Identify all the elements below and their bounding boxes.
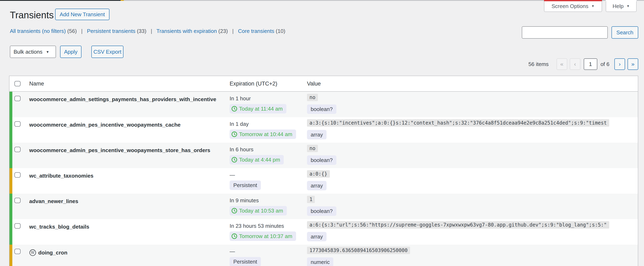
value-type-badge: array xyxy=(307,232,326,241)
screen-options-label: Screen Options xyxy=(552,3,588,9)
expiration-time: Today at 11:44 am xyxy=(239,106,283,112)
filter-persistent-transients[interactable]: Persistent transients xyxy=(87,28,136,34)
bulk-actions-select[interactable]: Bulk actions ▾ xyxy=(10,46,56,58)
chevron-down-icon: ▾ xyxy=(46,49,48,54)
table-row: wc_attribute_taxonomies — Persistent a:0… xyxy=(10,168,638,194)
current-page-input[interactable] xyxy=(584,58,597,70)
value-type-badge: array xyxy=(307,181,326,190)
filter-count: (10) xyxy=(276,28,285,34)
value-preview: 1 xyxy=(307,196,315,203)
column-header-name: Name xyxy=(29,81,44,87)
row-checkbox[interactable] xyxy=(14,198,20,203)
transient-name[interactable]: woocommerce_admin_settings_payments_has_… xyxy=(29,96,216,103)
column-header-expiration: Expiration (UTC+2) xyxy=(230,81,277,87)
expiration-time: Tomorrow at 10:44 am xyxy=(239,131,292,138)
search-button[interactable]: Search xyxy=(612,26,638,39)
chevron-down-icon: ▼ xyxy=(626,4,630,8)
expiration-time-badge: Tomorrow at 10:44 am xyxy=(230,130,296,139)
table-row: woocommerce_admin_pes_incentive_woopayme… xyxy=(10,117,638,143)
value-preview: 1773045839.6365089416503906250000 xyxy=(307,247,410,254)
value-preview: a:6:{s:3:"url";s:56:"https://supreme-gog… xyxy=(307,221,609,229)
filter-core-transients[interactable]: Core transients xyxy=(238,28,274,34)
row-checkbox[interactable] xyxy=(14,249,20,254)
screen-options-button[interactable]: Screen Options ▼ xyxy=(544,1,602,12)
expiration-relative: In 9 minutes xyxy=(230,197,259,204)
expiration-time: Today at 4:44 pm xyxy=(239,157,280,163)
filter-all-transients[interactable]: All transients (no filters) xyxy=(10,28,66,34)
row-checkbox[interactable] xyxy=(14,172,20,178)
clock-icon xyxy=(231,157,238,163)
expiration-relative: In 23 hours 53 minutes xyxy=(230,223,284,229)
filter-transients-with-expiration[interactable]: Transients with expiration xyxy=(156,28,217,34)
value-preview: a:3:{s:10:"incentives";a:0:{}s:12:"conte… xyxy=(307,119,609,127)
table-row: W doing_cron — Persistent 1773045839.636… xyxy=(10,245,638,266)
next-page-button[interactable]: › xyxy=(614,58,625,70)
chevron-down-icon: ▼ xyxy=(591,4,594,8)
admin-bar-sliver xyxy=(0,0,120,1)
status-bar xyxy=(10,194,12,219)
expiration-relative: In 6 hours xyxy=(230,146,254,153)
value-preview: no xyxy=(307,145,318,152)
value-preview: no xyxy=(307,94,318,101)
select-all-checkbox[interactable] xyxy=(14,81,20,86)
filter-separator: | xyxy=(151,28,152,34)
filter-links: All transients (no filters) (56) | Persi… xyxy=(10,28,286,34)
clock-icon xyxy=(231,131,238,137)
expiration-time-badge: Today at 11:44 am xyxy=(230,104,286,113)
total-pages-label: of 6 xyxy=(600,61,610,67)
search-input[interactable] xyxy=(522,26,608,39)
value-preview: a:0:{} xyxy=(307,170,330,178)
clock-icon xyxy=(231,208,238,214)
bulk-actions-label: Bulk actions xyxy=(14,49,42,55)
csv-export-button[interactable]: CSV Export xyxy=(91,46,124,58)
help-white-strip xyxy=(606,0,636,1)
transient-name[interactable]: doing_cron xyxy=(38,250,68,256)
table-row: wc_tracks_blog_details In 23 hours 53 mi… xyxy=(10,219,638,245)
transient-name[interactable]: advan_newer_lines xyxy=(29,198,78,205)
notice-sliver xyxy=(120,0,124,1)
expiration-time-badge: Today at 4:44 pm xyxy=(230,155,284,164)
first-page-button[interactable]: « xyxy=(556,58,567,70)
table-header: Name Expiration (UTC+2) Value xyxy=(10,76,638,92)
screen-options-red-strip xyxy=(544,0,602,1)
status-bar xyxy=(10,219,12,245)
filter-count: (23) xyxy=(218,28,228,34)
expiration-relative: In 1 day xyxy=(230,121,249,127)
clock-icon xyxy=(231,106,238,112)
transient-name[interactable]: woocommerce_admin_pes_incentive_woopayme… xyxy=(29,147,210,154)
value-type-badge: array xyxy=(307,130,326,139)
transients-table: Name Expiration (UTC+2) Value woocommerc… xyxy=(9,76,638,266)
expiration-time: Tomorrow at 10:37 am xyxy=(239,233,292,240)
status-bar xyxy=(10,143,12,168)
add-new-transient-button[interactable]: Add New Transient xyxy=(55,9,110,20)
persistent-badge: Persistent xyxy=(230,181,261,190)
filter-count: (56) xyxy=(67,28,77,34)
prev-page-button[interactable]: ‹ xyxy=(570,58,580,70)
last-page-button[interactable]: » xyxy=(628,58,638,70)
table-row: woocommerce_admin_pes_incentive_woopayme… xyxy=(10,143,638,168)
apply-button[interactable]: Apply xyxy=(60,46,82,58)
filter-separator: | xyxy=(232,28,234,34)
status-bar xyxy=(10,92,12,117)
items-count: 56 items xyxy=(528,61,548,67)
expiration-time-badge: Tomorrow at 10:37 am xyxy=(230,232,296,241)
value-type-badge: boolean? xyxy=(307,104,336,114)
value-type-badge: boolean? xyxy=(307,155,336,165)
clock-icon xyxy=(231,233,238,239)
row-checkbox[interactable] xyxy=(14,223,20,229)
expiration-relative: — xyxy=(230,172,235,178)
persistent-badge: Persistent xyxy=(230,257,261,266)
status-bar xyxy=(10,168,12,194)
transient-name[interactable]: woocommerce_admin_pes_incentive_woopayme… xyxy=(29,122,181,128)
row-checkbox[interactable] xyxy=(14,147,20,152)
transient-name[interactable]: wc_tracks_blog_details xyxy=(29,224,89,230)
transient-name[interactable]: wc_attribute_taxonomies xyxy=(29,173,94,179)
row-checkbox[interactable] xyxy=(14,96,20,101)
page-title: Transients xyxy=(10,9,54,20)
table-row: woocommerce_admin_settings_payments_has_… xyxy=(10,92,638,117)
status-bar xyxy=(10,117,12,143)
row-checkbox[interactable] xyxy=(14,121,20,127)
help-button[interactable]: Help ▼ xyxy=(606,1,636,12)
expiration-relative: In 1 hour xyxy=(230,95,251,102)
expiration-time: Today at 10:53 am xyxy=(239,208,283,214)
